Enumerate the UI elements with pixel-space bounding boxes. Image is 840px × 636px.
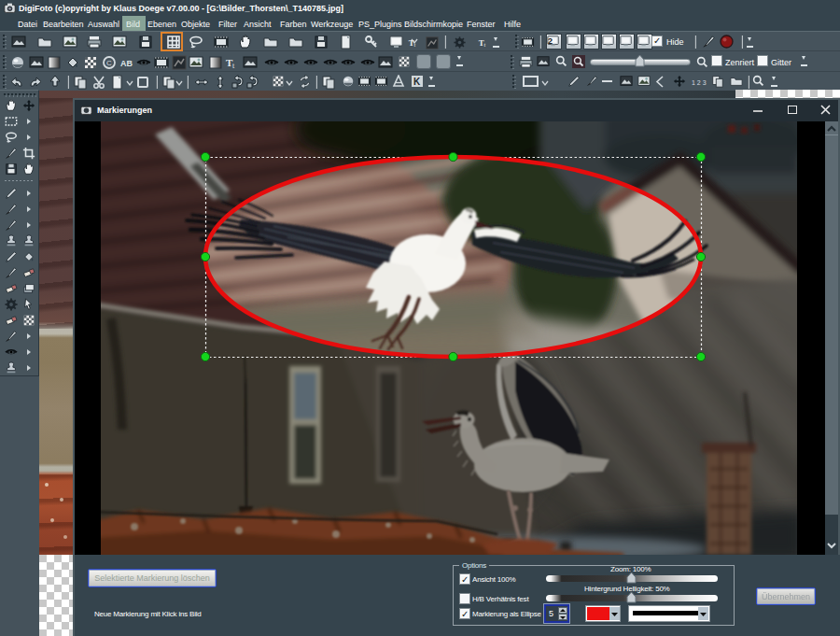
svg-text:C: C xyxy=(106,59,112,67)
svg-text:K: K xyxy=(413,77,421,87)
